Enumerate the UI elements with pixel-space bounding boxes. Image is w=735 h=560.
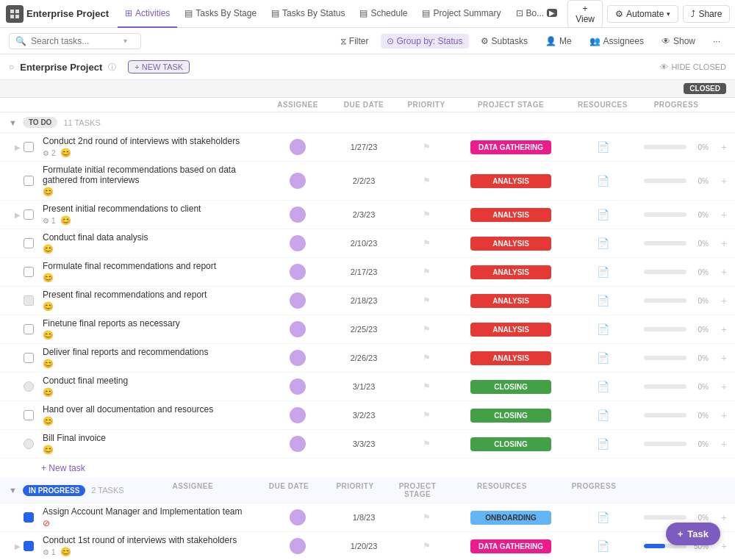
subtasks-button[interactable]: ⚙ Subtasks — [475, 34, 534, 49]
flag-icon: ⚑ — [423, 267, 431, 277]
fab-task-button[interactable]: + Task — [666, 523, 720, 545]
add-subtask-icon[interactable]: + — [713, 352, 735, 364]
task-checkbox[interactable] — [24, 353, 34, 363]
add-subtask-icon[interactable]: + — [713, 438, 735, 450]
show-button[interactable]: 👁 Show — [656, 34, 701, 49]
task-name[interactable]: Bill Final invoice — [43, 433, 259, 443]
progress-bar-wrap — [644, 442, 686, 446]
more-button[interactable]: ··· — [707, 34, 726, 49]
task-due-date: 1/8/23 — [331, 513, 397, 522]
search-dropdown-icon[interactable]: ▾ — [123, 37, 127, 45]
avatar — [290, 407, 306, 423]
task-emoji: 😊 — [43, 330, 54, 340]
task-checkbox[interactable] — [24, 512, 34, 523]
svg-rect-1 — [15, 10, 19, 13]
table-row: Conduct final data analysis 😊 2/10/23 ⚑ … — [0, 229, 735, 258]
expand-icon[interactable]: ▶ — [15, 143, 21, 151]
new-task-todo-row[interactable]: + New task — [0, 459, 735, 478]
add-subtask-icon[interactable]: + — [713, 141, 735, 153]
task-checkbox[interactable] — [24, 267, 34, 277]
add-subtask-icon[interactable]: + — [713, 209, 735, 220]
progress-pct: 0% — [691, 240, 709, 248]
stage-badge: ANALYSIS — [470, 323, 551, 337]
project-collapse-btn[interactable]: ○ — [9, 62, 14, 72]
tab-project-summary[interactable]: ▤ Project Summary — [415, 0, 508, 28]
add-subtask-icon[interactable]: + — [713, 266, 735, 278]
task-checkbox[interactable] — [24, 295, 34, 306]
task-checkbox[interactable] — [24, 541, 34, 551]
task-name[interactable]: Present initial recommendations to clien… — [43, 204, 259, 214]
flag-icon: ⚑ — [423, 541, 431, 551]
task-name[interactable]: Conduct final meeting — [43, 376, 259, 386]
flag-icon: ⚑ — [423, 324, 431, 334]
table-header: ASSIGNEE DUE DATE PRIORITY PROJECT STAGE… — [0, 98, 735, 112]
task-name[interactable]: Finetune final reports as necessary — [43, 318, 259, 329]
task-name[interactable]: Formulate final recommendations and repo… — [43, 261, 259, 271]
add-subtask-icon[interactable]: + — [713, 409, 735, 421]
share-button[interactable]: ⤴ Share — [683, 5, 730, 23]
task-checkbox[interactable] — [24, 238, 34, 248]
subtask-icon: ⚙ — [43, 548, 49, 556]
new-task-button[interactable]: + NEW TASK — [128, 60, 190, 73]
task-checkbox[interactable] — [24, 439, 34, 449]
resources-col-header: RESOURCES — [447, 482, 557, 498]
automate-button[interactable]: ⚙ Automate ▾ — [607, 5, 678, 23]
filter-button[interactable]: ⧖ Filter — [334, 34, 375, 49]
inprogress-collapse-icon[interactable]: ▼ — [9, 486, 17, 495]
progress-pct: 0% — [691, 440, 709, 448]
progress-bar-wrap — [644, 179, 686, 183]
view-button[interactable]: + View — [567, 0, 603, 28]
add-subtask-icon[interactable]: + — [713, 237, 735, 249]
task-due-date: 3/3/23 — [331, 439, 397, 448]
task-checkbox[interactable] — [24, 209, 34, 220]
task-name[interactable]: Hand over all documentation and resource… — [43, 404, 259, 414]
group-icon: ⊙ — [387, 36, 394, 46]
resource-icon: 📄 — [597, 266, 609, 278]
tab-board[interactable]: ⊡ Bo... ▶ — [509, 0, 565, 28]
group-todo[interactable]: ▼ TO DO 11 TASKS — [0, 112, 735, 133]
task-checkbox[interactable] — [24, 142, 34, 152]
add-subtask-icon[interactable]: + — [713, 381, 735, 392]
add-subtask-icon[interactable]: + — [713, 295, 735, 306]
search-input[interactable] — [31, 36, 119, 46]
task-checkbox[interactable] — [24, 410, 34, 420]
task-name[interactable]: Deliver final reports and recommendation… — [43, 347, 259, 357]
main-content: ○ Enterprise Project ⓘ + NEW TASK 👁 HIDE… — [0, 54, 735, 560]
group-inprogress[interactable]: ▼ IN PROGRESS 2 TASKS ASSIGNEE DUE DATE … — [0, 478, 735, 503]
tab-tasks-by-stage[interactable]: ▤ Tasks By Stage — [177, 0, 264, 28]
task-name[interactable]: Assign Account Manager and Implementatio… — [43, 506, 259, 517]
tab-tasks-by-status[interactable]: ▤ Tasks By Status — [264, 0, 352, 28]
more-tabs-icon[interactable]: ▶ — [547, 9, 557, 17]
svg-rect-0 — [10, 10, 14, 13]
activities-icon: ⊞ — [125, 8, 132, 18]
add-subtask-icon[interactable]: + — [713, 511, 735, 523]
task-checkbox[interactable] — [24, 381, 34, 392]
group-by-button[interactable]: ⊙ Group by: Status — [381, 34, 469, 49]
task-due-date: 3/1/23 — [331, 382, 397, 391]
resource-icon: 📄 — [597, 381, 609, 392]
tab-activities[interactable]: ⊞ Activities — [118, 0, 177, 28]
assignees-button[interactable]: 👥 Assignees — [584, 34, 650, 49]
progress-bar-wrap — [644, 515, 686, 520]
stage-badge: ANALYSIS — [470, 174, 551, 188]
avatar — [290, 378, 306, 395]
expand-icon[interactable]: ▶ — [15, 542, 21, 550]
search-box[interactable]: 🔍 ▾ — [9, 33, 141, 49]
hide-closed-button[interactable]: 👁 HIDE CLOSED — [660, 62, 726, 71]
task-name[interactable]: Conduct final data analysis — [43, 232, 259, 243]
expand-icon[interactable]: ▶ — [15, 211, 21, 219]
tab-schedule[interactable]: ▤ Schedule — [352, 0, 415, 28]
todo-count: 11 TASKS — [63, 118, 100, 127]
task-due-date: 2/3/23 — [331, 210, 397, 219]
add-subtask-icon[interactable]: + — [713, 323, 735, 335]
task-name[interactable]: Conduct 2nd round of interviews with sta… — [43, 136, 259, 146]
task-name[interactable]: Formulate initial recommendations based … — [43, 165, 259, 185]
todo-collapse-icon[interactable]: ▼ — [9, 118, 17, 127]
me-button[interactable]: 👤 Me — [539, 34, 578, 49]
task-name[interactable]: Conduct 1st round of interviews with sta… — [43, 535, 259, 545]
add-subtask-icon[interactable]: + — [713, 175, 735, 187]
task-checkbox[interactable] — [24, 324, 34, 334]
project-info-icon[interactable]: ⓘ — [108, 62, 116, 73]
task-checkbox[interactable] — [24, 176, 34, 186]
task-name[interactable]: Present final recommendations and report — [43, 290, 259, 300]
